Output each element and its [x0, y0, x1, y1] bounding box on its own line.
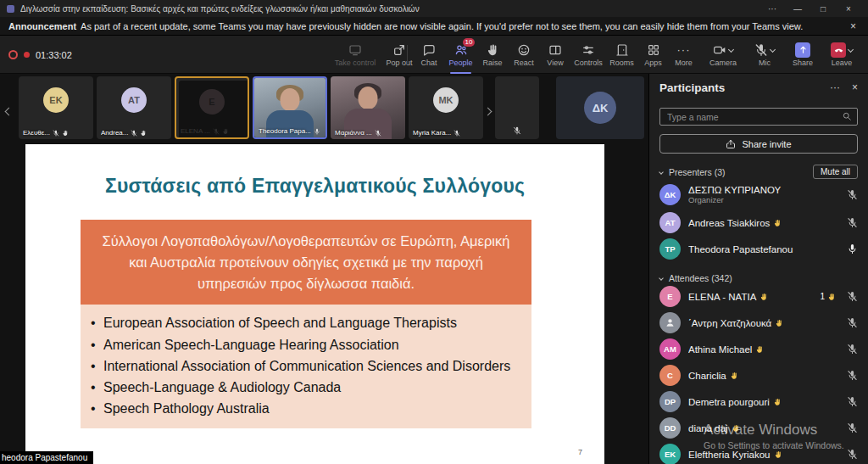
- mic-off-icon: [847, 422, 858, 433]
- video-tile[interactable]: [495, 76, 539, 139]
- mic-off-icon: [847, 189, 858, 200]
- mic-off-icon: [847, 291, 858, 302]
- raised-hand-icon: [755, 345, 764, 354]
- mic-icon: [847, 243, 858, 254]
- avatar: AT: [659, 212, 681, 233]
- people-button[interactable]: 10 People: [445, 36, 476, 74]
- apps-button[interactable]: Apps: [638, 36, 668, 74]
- avatar: DP: [659, 391, 681, 412]
- announcement-banner: Announcement As part of a recent update,…: [0, 17, 868, 36]
- person-icon: [665, 317, 676, 328]
- avatar: DD: [659, 417, 681, 439]
- panel-close-icon[interactable]: ×: [852, 81, 858, 93]
- chat-button[interactable]: Chat: [414, 36, 444, 74]
- participant-row[interactable]: EK Eleftheria Kyriakou: [659, 441, 858, 464]
- avatar: [659, 312, 681, 333]
- avatar: AM: [659, 338, 681, 360]
- participant-row[interactable]: ΔΚ ΔΕΣΠΩ ΚΥΠΡΙΑΝΟΥ Organizer: [659, 179, 858, 210]
- avatar: AT: [121, 87, 147, 113]
- strip-scroll-left-icon[interactable]: [6, 103, 12, 118]
- attendees-section-header[interactable]: Attendees (342): [659, 273, 858, 283]
- people-badge: 10: [463, 38, 475, 47]
- participant-row[interactable]: ΄Αντρη Χατζηλουκά: [659, 310, 858, 336]
- camera-button[interactable]: Camera: [702, 36, 744, 74]
- chat-icon: [422, 43, 436, 57]
- participants-panel: Participants ··· × Share invite Presente…: [648, 74, 868, 464]
- search-icon: [842, 111, 852, 121]
- view-button[interactable]: View: [540, 36, 570, 74]
- leave-chevron-icon[interactable]: [848, 47, 854, 53]
- record-icon[interactable]: [8, 50, 18, 59]
- chevron-down-icon: [659, 276, 664, 281]
- raised-hand-icon: [62, 130, 69, 137]
- share-icon: [795, 42, 810, 58]
- chevron-down-icon: [659, 170, 664, 175]
- presenters-section-header[interactable]: Presenters (3) Mute all: [659, 165, 858, 179]
- video-tile[interactable]: Theodora Papa...: [253, 76, 327, 139]
- minimize-icon[interactable]: —: [785, 4, 810, 14]
- announcement-text: As part of a recent update, some Teams y…: [81, 21, 803, 31]
- slide-callout: Σύλλογοι Λογοπαθολόγων/Λογοθεραπευτών σε…: [81, 220, 531, 305]
- announcement-close-icon[interactable]: ×: [847, 20, 860, 32]
- mic-off-icon: [375, 130, 381, 137]
- video-tile[interactable]: AT Andrea...: [97, 76, 171, 139]
- video-tile-pinned[interactable]: ΔΚ: [556, 76, 644, 139]
- participant-row[interactable]: DP Demetra pourgouri: [659, 389, 858, 415]
- panel-more-icon[interactable]: ···: [830, 81, 840, 93]
- raised-hand-icon: [827, 293, 836, 301]
- avatar: TP: [659, 238, 681, 260]
- slide-page-number: 7: [578, 448, 582, 456]
- strip-scroll-right-icon[interactable]: [485, 103, 491, 118]
- more-button[interactable]: ··· More: [669, 36, 698, 74]
- presenter-name-tag: heodora Papastefanou: [0, 451, 93, 464]
- mic-off-icon: [847, 370, 858, 381]
- titlebar-more-icon[interactable]: ···: [760, 4, 785, 14]
- rooms-icon: [615, 43, 629, 57]
- participant-row[interactable]: C Chariclia: [659, 362, 858, 389]
- react-button[interactable]: React: [509, 36, 539, 74]
- share-invite-icon: [726, 139, 736, 149]
- controls-icon: [581, 43, 595, 57]
- raise-hand-button[interactable]: Raise: [477, 36, 508, 74]
- teams-meeting-window: Διγλωσσία στην εκπαίδευση: Βασικές αρχές…: [0, 0, 868, 464]
- participant-row[interactable]: E ELENA - NATIA 1: [659, 283, 858, 310]
- video-tile[interactable]: Μαριάννα ...: [331, 76, 405, 139]
- rooms-button[interactable]: Rooms: [606, 36, 637, 74]
- video-tile[interactable]: 1 E ELENA ...: [175, 76, 249, 139]
- take-control-button[interactable]: Take control: [329, 36, 381, 74]
- title-bar: Διγλωσσία στην εκπαίδευση: Βασικές αρχές…: [0, 0, 868, 17]
- avatar: E: [659, 286, 681, 307]
- raised-hand-icon: [774, 450, 782, 459]
- participant-row[interactable]: TP Theodora Papastefanou: [659, 236, 858, 262]
- raised-hand-icon: [187, 81, 249, 139]
- maximize-icon[interactable]: □: [810, 4, 836, 14]
- raised-hand-icon: [760, 293, 768, 301]
- mic-off-icon: [754, 43, 768, 57]
- share-button[interactable]: Share: [785, 36, 821, 74]
- mic-off-icon: [453, 130, 460, 137]
- share-invite-button[interactable]: Share invite: [659, 134, 858, 154]
- panel-title: Participants: [659, 81, 725, 94]
- video-tile[interactable]: EK Ελευθε...: [19, 76, 93, 139]
- pop-out-button[interactable]: Pop out: [381, 36, 417, 74]
- apps-icon: [647, 43, 660, 57]
- video-tile[interactable]: MK Myria Kara...: [409, 76, 483, 139]
- slide-title: Συστάσεις από Επαγγελματικούς Συλλόγους: [25, 175, 604, 198]
- mic-button[interactable]: Mic: [746, 36, 783, 74]
- avatar: MK: [433, 87, 459, 113]
- raised-hand-icon: [730, 372, 738, 380]
- participant-search-input[interactable]: [659, 108, 858, 126]
- camera-chevron-icon[interactable]: [728, 47, 734, 53]
- controls-button[interactable]: Controls: [571, 36, 605, 74]
- participant-row[interactable]: DD diana daj: [659, 415, 858, 441]
- avatar: C: [659, 365, 681, 386]
- meeting-stage: EK Ελευθε... AT Andrea... 1 E: [0, 74, 648, 464]
- meeting-timer: 01:33:02: [36, 50, 72, 60]
- participant-row[interactable]: AT Andreas Tsiakkiros: [659, 210, 858, 236]
- participant-row[interactable]: AM Athina Michael: [659, 336, 858, 362]
- leave-button[interactable]: Leave: [821, 36, 863, 74]
- mic-chevron-icon[interactable]: [770, 47, 776, 53]
- close-icon[interactable]: ×: [836, 4, 861, 14]
- mute-all-button[interactable]: Mute all: [813, 165, 858, 179]
- mic-off-icon: [847, 217, 858, 228]
